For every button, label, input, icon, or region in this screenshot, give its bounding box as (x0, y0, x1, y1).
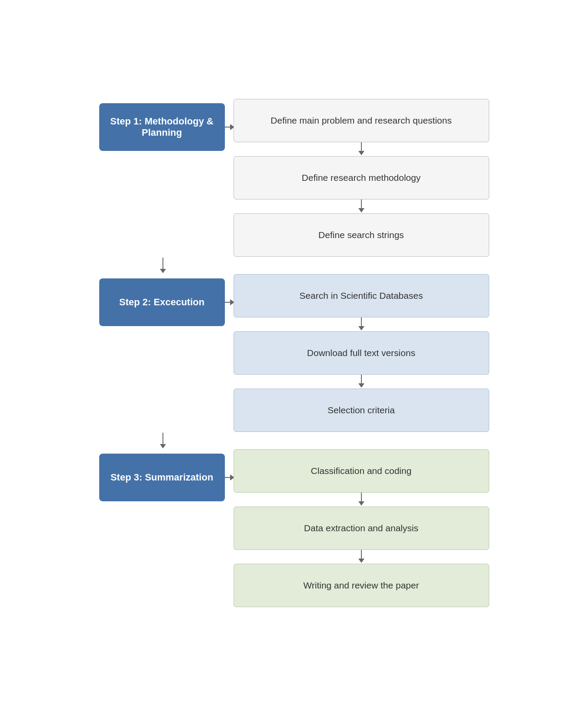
sub-box-selection-criteria: Selection criteria (234, 389, 489, 432)
sub-box-define-methodology: Define research methodology (234, 156, 489, 199)
sub-column-step1: Define main problem and research questio… (234, 99, 489, 257)
vertical-arrow (234, 493, 489, 507)
sub-box-define-search: Define search strings (234, 213, 489, 257)
sub-box-data-extraction: Data extraction and analysis (234, 507, 489, 550)
vertical-arrow (234, 375, 489, 389)
vertical-arrow (234, 142, 489, 156)
group-step2: Step 2: ExcecutionSearch in Scientific D… (99, 274, 489, 432)
horizontal-arrow (224, 299, 234, 305)
sub-box-search-databases: Search in Scientific Databases (234, 274, 489, 317)
step-box-step2: Step 2: Excecution (99, 278, 225, 326)
group-step1: Step 1: Methodology & PlanningDefine mai… (99, 99, 489, 257)
flowchart-diagram: Step 1: Methodology & PlanningDefine mai… (99, 99, 489, 607)
vertical-arrow (234, 317, 489, 331)
sub-box-classification: Classification and coding (234, 449, 489, 493)
group-arrow (99, 432, 489, 449)
sub-column-step2: Search in Scientific DatabasesDownload f… (234, 274, 489, 432)
step-box-step3: Step 3: Summarization (99, 454, 225, 501)
vertical-arrow (234, 199, 489, 213)
horizontal-arrow (224, 474, 234, 480)
step-box-step1: Step 1: Methodology & Planning (99, 103, 225, 151)
sub-box-download-full: Download full text versions (234, 331, 489, 375)
sub-column-step3: Classification and codingData extraction… (234, 449, 489, 607)
vertical-arrow (234, 550, 489, 564)
horizontal-arrow (224, 124, 234, 130)
group-step3: Step 3: SummarizationClassification and … (99, 449, 489, 607)
sub-box-writing-review: Writing and review the paper (234, 564, 489, 607)
sub-box-define-problem: Define main problem and research questio… (234, 99, 489, 142)
group-arrow (99, 257, 489, 274)
